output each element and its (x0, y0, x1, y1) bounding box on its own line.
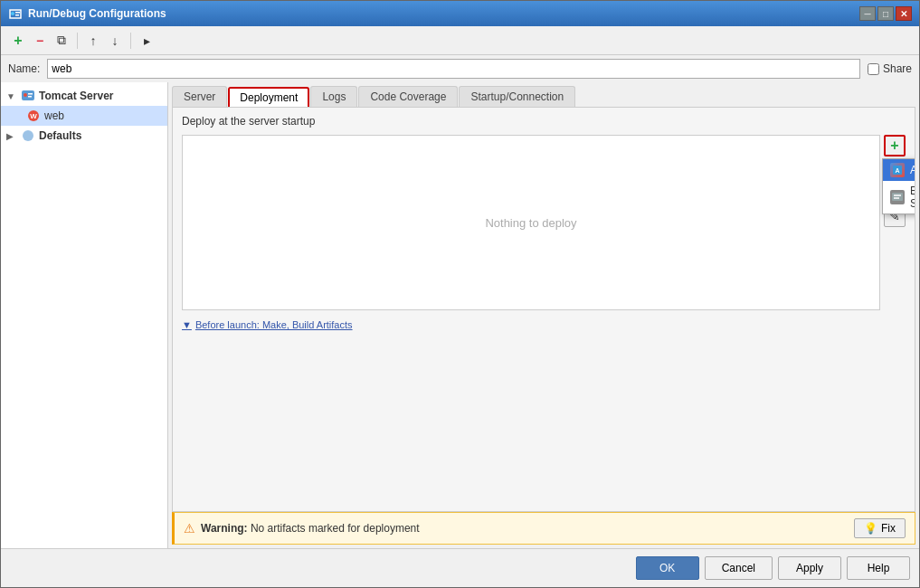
svg-text:W: W (30, 112, 37, 120)
fix-button[interactable]: 💡 Fix (854, 518, 906, 538)
add-deploy-button[interactable]: + (884, 135, 906, 156)
svg-text:A: A (895, 167, 899, 174)
dropdown-item-artifact[interactable]: A Artifact... (883, 159, 915, 181)
svg-point-5 (24, 93, 27, 97)
tomcat-server-label: Tomcat Server (39, 90, 113, 102)
svg-rect-3 (15, 14, 19, 16)
sidebar: ▼ Tomcat Server W (1, 82, 168, 548)
move-down-button[interactable]: ↓ (105, 31, 125, 51)
ok-button[interactable]: OK (636, 556, 699, 580)
sidebar-item-web[interactable]: W web (1, 106, 167, 126)
share-label: Share (883, 62, 912, 75)
copy-config-button[interactable]: ⧉ (52, 31, 71, 51)
defaults-label: Defaults (39, 129, 81, 142)
defaults-expand-icon: ▶ (6, 131, 17, 141)
before-launch-label: Before launch: Make, Build Artifacts (195, 319, 353, 330)
fix-icon: 💡 (864, 522, 877, 535)
web-label: web (44, 109, 64, 122)
warning-bar: ⚠ Warning: No artifacts marked for deplo… (172, 512, 915, 545)
main-content: ▼ Tomcat Server W (1, 82, 919, 548)
titlebar-controls: ─ □ ✕ (859, 6, 912, 21)
more-button[interactable]: ▸ (137, 31, 156, 51)
add-btn-wrapper: + A Artifa (884, 135, 906, 156)
defaults-icon (21, 128, 35, 143)
deploy-actions: + A Artifa (884, 135, 906, 310)
tomcat-server-icon (21, 89, 35, 103)
svg-rect-7 (28, 96, 32, 98)
name-input[interactable] (47, 59, 860, 79)
titlebar: Run/Debug Configurations ─ □ ✕ (1, 1, 919, 26)
cancel-button[interactable]: Cancel (705, 556, 773, 580)
sidebar-item-defaults[interactable]: ▶ Defaults (1, 126, 167, 146)
web-icon: W (26, 109, 41, 123)
svg-rect-13 (892, 193, 903, 201)
remove-config-button[interactable]: − (30, 31, 50, 51)
move-up-button[interactable]: ↑ (83, 31, 103, 51)
tab-server[interactable]: Server (172, 86, 227, 107)
bottom-bar: OK Cancel Apply Help (1, 548, 919, 587)
add-config-button[interactable]: + (8, 31, 28, 51)
right-panel: Server Deployment Logs Code Coverage Sta… (168, 82, 919, 548)
artifact-label: Artifact... (910, 164, 915, 176)
apply-button[interactable]: Apply (778, 556, 841, 580)
maximize-button[interactable]: □ (877, 6, 894, 21)
svg-rect-6 (28, 93, 33, 95)
warning-icon: ⚠ (184, 521, 195, 536)
minimize-button[interactable]: ─ (859, 6, 876, 21)
share-row: Share (868, 62, 912, 75)
close-button[interactable]: ✕ (896, 6, 912, 21)
deploy-area: Nothing to deploy + (173, 131, 915, 314)
spacer (173, 336, 915, 511)
name-label: Name: (8, 62, 40, 75)
tabs-bar: Server Deployment Logs Code Coverage Sta… (168, 82, 919, 107)
artifact-icon: A (890, 163, 905, 177)
toolbar: + − ⧉ ↑ ↓ ▸ (1, 26, 919, 55)
fix-label: Fix (881, 522, 896, 535)
svg-point-10 (23, 130, 33, 141)
deploy-header: Deploy at the server startup (173, 108, 915, 131)
external-source-icon (890, 190, 905, 204)
tab-deployment[interactable]: Deployment (228, 87, 309, 107)
titlebar-title: Run/Debug Configurations (28, 7, 859, 20)
dropdown-item-external[interactable]: External Source... (883, 181, 915, 213)
run-debug-dialog: Run/Debug Configurations ─ □ ✕ + − ⧉ ↑ ↓… (0, 0, 920, 588)
svg-rect-2 (15, 12, 20, 14)
deploy-list: Nothing to deploy (182, 135, 880, 310)
warning-text: Warning: No artifacts marked for deploym… (201, 522, 849, 535)
toolbar-separator (77, 33, 78, 49)
help-button[interactable]: Help (847, 556, 910, 580)
titlebar-icon (8, 6, 23, 21)
add-dropdown-menu: A Artifact... (882, 158, 915, 214)
svg-point-1 (11, 12, 14, 15)
tab-logs[interactable]: Logs (310, 86, 357, 107)
before-launch[interactable]: ▼ Before launch: Make, Build Artifacts (173, 314, 915, 336)
toolbar-separator-2 (130, 33, 131, 49)
collapse-before-launch-icon: ▼ (182, 319, 192, 330)
external-source-label: External Source... (910, 185, 915, 210)
sidebar-item-tomcat[interactable]: ▼ Tomcat Server (1, 86, 167, 106)
deploy-empty-text: Nothing to deploy (485, 216, 576, 230)
expand-icon: ▼ (6, 91, 17, 101)
share-checkbox[interactable] (868, 63, 879, 75)
tab-startup-connection[interactable]: Startup/Connection (459, 86, 575, 107)
tab-content-deployment: Deploy at the server startup Nothing to … (172, 107, 915, 512)
name-row: Name: Share (1, 55, 919, 82)
tab-code-coverage[interactable]: Code Coverage (358, 86, 458, 107)
